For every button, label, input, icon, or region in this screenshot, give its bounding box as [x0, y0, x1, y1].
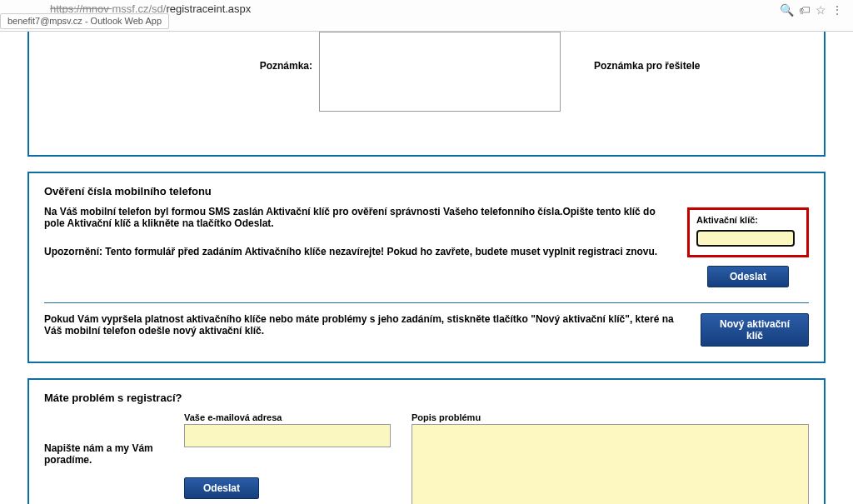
tag-icon[interactable]: 🏷	[799, 3, 816, 17]
problem-email-label: Vaše e-mailová adresa	[184, 412, 397, 422]
page-scroll[interactable]: Poznámka: Poznámka pro řešitele Ověření …	[0, 32, 853, 504]
problem-desc-textarea[interactable]	[412, 424, 809, 504]
problem-email-input[interactable]	[184, 424, 391, 447]
activation-key-box: Aktivační klíč:	[687, 207, 809, 257]
note-textarea[interactable]	[319, 32, 561, 112]
panel-problem: Máte problém s registrací? Napište nám a…	[27, 378, 826, 504]
status-tooltip: benefit7@mpsv.cz - Outlook Web App	[0, 13, 169, 29]
menu-icon[interactable]: ⋮	[831, 3, 848, 17]
send-activation-button[interactable]: Odeslat	[707, 266, 789, 287]
problem-send-button[interactable]: Odeslat	[184, 477, 259, 499]
note-label: Poznámka:	[44, 32, 319, 72]
divider	[44, 302, 809, 303]
resolver-note-label: Poznámka pro řešitele	[561, 32, 700, 72]
verify-paragraph-2: Upozornění: Tento formulář před zadáním …	[44, 246, 672, 257]
panel-notes: Poznámka: Poznámka pro řešitele	[27, 32, 826, 157]
verify-title: Ověření čísla mobilního telefonu	[44, 185, 809, 197]
problem-title: Máte problém s registrací?	[44, 392, 809, 404]
panel-verify: Ověření čísla mobilního telefonu Na Váš …	[27, 172, 826, 363]
problem-help-text: Napište nám a my Vám poradíme.	[44, 412, 169, 466]
star-icon[interactable]: ☆	[816, 3, 831, 17]
problem-desc-label: Popis problému	[412, 412, 809, 422]
center-column: Poznámka: Poznámka pro řešitele Ověření …	[19, 32, 834, 504]
newkey-text: Pokud Vám vypršela platnost aktivačního …	[44, 313, 686, 337]
activation-key-label: Aktivační klíč:	[696, 215, 800, 225]
zoom-icon[interactable]: 🔍	[780, 3, 799, 17]
url-path-end: registraceint.aspx	[166, 2, 251, 15]
activation-key-input[interactable]	[696, 230, 795, 247]
new-activation-key-button[interactable]: Nový aktivační klíč	[701, 313, 809, 347]
browser-chrome: https://mnov mssf.cz/sd/registraceint.as…	[0, 0, 853, 32]
verify-paragraph-1: Na Váš mobilní telefon byl formou SMS za…	[44, 206, 672, 229]
browser-icons: 🔍🏷☆⋮	[780, 3, 848, 17]
